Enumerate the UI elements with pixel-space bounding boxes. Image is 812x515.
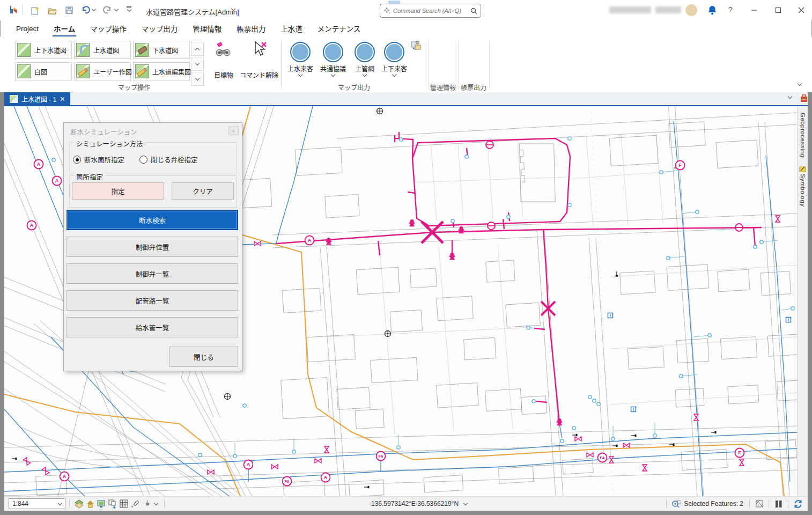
service-point-icon[interactable] xyxy=(593,399,596,402)
ribbon-btn-user-drawing[interactable]: ユーザー作図 xyxy=(74,62,131,80)
meter-box-icon[interactable] xyxy=(786,318,791,322)
tab-list-chevron-icon[interactable] xyxy=(788,94,792,99)
service-point-icon[interactable] xyxy=(696,210,699,214)
ribbon-scroll-down[interactable] xyxy=(191,57,204,71)
save-icon[interactable] xyxy=(64,5,74,15)
service-point-icon[interactable] xyxy=(597,402,600,406)
ribbon-btn-water-sewer-visitor[interactable]: 上下来客 xyxy=(377,42,411,76)
ribbon-btn-water-visitor[interactable]: 上水来客 xyxy=(283,42,318,76)
lettered-valve-icon[interactable]: A xyxy=(60,472,69,481)
service-point-icon[interactable] xyxy=(292,450,296,453)
ribbon-btn-blank-map[interactable]: 白図 xyxy=(15,62,72,80)
redo-dropdown-icon[interactable] xyxy=(114,7,119,11)
service-point-icon[interactable] xyxy=(233,454,237,458)
menu-project[interactable]: Project xyxy=(10,23,45,35)
control-valve-icon[interactable] xyxy=(488,222,495,230)
menu-map-ops[interactable]: マップ操作 xyxy=(84,21,133,36)
ribbon-btn-cancel-command[interactable]: コマンド解除 xyxy=(240,41,278,79)
service-pipes[interactable] xyxy=(235,171,793,455)
service-point-icon[interactable] xyxy=(560,439,564,443)
ribbon-btn-landmark[interactable]: 目標物 xyxy=(208,41,239,79)
radio-outage-location[interactable]: 断水箇所指定 xyxy=(73,154,124,165)
service-point-icon[interactable] xyxy=(708,334,711,337)
service-point-icon[interactable] xyxy=(680,374,683,378)
edit-vertices-icon[interactable] xyxy=(131,499,140,509)
menu-home[interactable]: ホーム xyxy=(47,21,82,36)
ribbon-btn-water-sewer-map[interactable]: 上下水道図 xyxy=(15,41,72,59)
service-point-icon[interactable] xyxy=(588,395,592,399)
service-point-icon[interactable] xyxy=(451,219,454,223)
command-search-input[interactable]: Command Search (Alt+Q) xyxy=(380,4,481,18)
lettered-valve-icon[interactable]: A xyxy=(244,460,253,469)
lettered-valve-icon[interactable]: A xyxy=(27,221,36,230)
gate-valve-icon[interactable] xyxy=(740,459,744,466)
ribbon-btn-water-map[interactable]: 上水道図 xyxy=(74,41,131,59)
lettered-valve-icon[interactable]: FA xyxy=(598,453,607,462)
tab-symbology[interactable]: Symbology xyxy=(800,174,806,207)
notification-bell-icon[interactable] xyxy=(707,4,718,16)
control-valve-icon[interactable] xyxy=(486,141,493,149)
control-valve-list-button[interactable]: 制御弁一覧 xyxy=(67,263,238,284)
supply-pipe-list-button[interactable]: 給水管一覧 xyxy=(67,317,238,337)
menu-map-output[interactable]: マップ出力 xyxy=(135,21,184,36)
customize-toolbar-chevron-icon[interactable] xyxy=(127,8,131,12)
clear-button[interactable]: クリア xyxy=(172,182,234,200)
service-point-icon[interactable] xyxy=(568,203,571,207)
redo-icon[interactable] xyxy=(103,5,113,14)
help-button[interactable]: ? xyxy=(728,5,733,14)
menu-water-supply[interactable]: 上水道 xyxy=(274,21,309,36)
service-point-icon[interactable] xyxy=(532,400,535,403)
undo-dropdown-icon[interactable] xyxy=(92,7,96,11)
service-point-icon[interactable] xyxy=(465,155,468,158)
lettered-valve-icon[interactable]: F xyxy=(735,448,744,458)
grid-icon[interactable] xyxy=(120,499,129,509)
service-point-icon[interactable] xyxy=(243,404,246,407)
lock-home-icon[interactable] xyxy=(86,499,95,509)
selection-zoom-icon[interactable] xyxy=(671,499,681,509)
refresh-icon[interactable] xyxy=(793,499,802,509)
status-tools-chevron-icon[interactable] xyxy=(154,501,158,505)
dialog-close-button[interactable]: x xyxy=(228,126,239,135)
gate-valve-icon[interactable] xyxy=(208,470,214,474)
outage-search-button[interactable]: 断水検索 xyxy=(67,210,238,230)
lettered-valve-icon[interactable]: A xyxy=(34,160,43,169)
ribbon-btn-sewer-map[interactable]: 下水道図 xyxy=(133,41,190,59)
ribbon-expand[interactable] xyxy=(191,72,204,86)
meter-box-icon[interactable] xyxy=(608,313,613,318)
service-point-icon[interactable] xyxy=(527,326,530,329)
ribbon-collapse-chevron-icon[interactable] xyxy=(798,82,802,86)
coordinates-readout[interactable]: 136.5973142°E 36.5366219°N xyxy=(371,500,467,507)
export-lock-icon[interactable] xyxy=(411,41,423,52)
scale-select[interactable]: 1:844 xyxy=(9,498,65,509)
new-map-icon[interactable] xyxy=(30,5,40,15)
fire-hydrant-icon[interactable] xyxy=(449,253,455,260)
ribbon-btn-common-consult[interactable]: 共通協議 xyxy=(316,42,350,76)
gate-valve-icon[interactable] xyxy=(623,443,630,447)
service-point-icon[interactable] xyxy=(791,307,794,310)
manhole-icon[interactable] xyxy=(377,108,383,114)
service-point-icon[interactable] xyxy=(611,437,615,440)
manhole-icon[interactable] xyxy=(225,394,231,400)
open-icon[interactable] xyxy=(47,5,57,15)
fire-hydrant-icon[interactable] xyxy=(326,238,332,245)
snap-slider-icon[interactable] xyxy=(142,499,151,509)
add-frame-icon[interactable] xyxy=(108,499,117,509)
service-point-icon[interactable] xyxy=(52,158,55,161)
gate-valve-icon[interactable] xyxy=(587,453,593,457)
layers-icon[interactable] xyxy=(75,499,84,509)
lettered-valve-icon[interactable]: F xyxy=(676,161,685,170)
service-point-icon[interactable] xyxy=(198,453,202,457)
ribbon-btn-water-edit-map[interactable]: 上水道編集図 xyxy=(133,62,190,80)
service-point-icon[interactable] xyxy=(653,434,656,437)
pause-drawing-icon[interactable] xyxy=(774,499,783,509)
pipe-route-list-button[interactable]: 配管路一覧 xyxy=(67,290,238,311)
select-by-shape-icon[interactable] xyxy=(755,499,764,509)
ribbon-scroll-up[interactable] xyxy=(191,42,204,56)
meter-box-icon[interactable] xyxy=(631,407,636,412)
gate-valve-icon[interactable] xyxy=(575,437,581,441)
lettered-valve-icon[interactable]: FA xyxy=(283,477,292,486)
minimize-button[interactable] xyxy=(747,3,762,18)
service-point-icon[interactable] xyxy=(754,245,757,248)
control-valve-position-button[interactable]: 制御弁位置 xyxy=(67,237,238,257)
service-point-icon[interactable] xyxy=(507,215,510,218)
